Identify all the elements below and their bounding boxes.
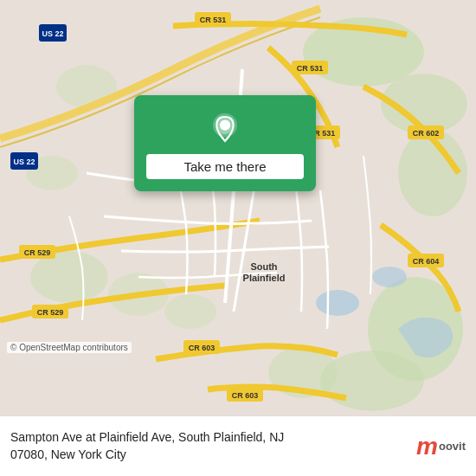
svg-point-9 (164, 294, 216, 329)
address-line2: 07080, New York City (10, 447, 126, 461)
svg-text:CR 602: CR 602 (413, 129, 440, 138)
svg-text:CR 529: CR 529 (37, 308, 64, 317)
svg-point-5 (320, 351, 424, 411)
svg-text:CR 529: CR 529 (24, 248, 51, 257)
svg-text:South: South (250, 261, 277, 272)
svg-point-40 (220, 120, 230, 131)
svg-text:CR 603: CR 603 (232, 391, 259, 400)
map-attribution: © OpenStreetMap contributors (7, 342, 132, 353)
svg-point-12 (316, 290, 359, 316)
svg-text:CR 603: CR 603 (189, 344, 215, 352)
svg-text:US 22: US 22 (13, 158, 35, 166)
svg-text:CR 531: CR 531 (297, 64, 324, 73)
moovit-logo: m oovit (416, 434, 466, 459)
bottom-bar: Sampton Ave at Plainfield Ave, South Pla… (0, 415, 476, 476)
svg-text:US 22: US 22 (42, 29, 63, 38)
svg-text:Plainfield: Plainfield (243, 273, 286, 283)
svg-text:CR 604: CR 604 (413, 257, 440, 266)
map-svg: US 22 US 22 CR 531 CR 531 CR 531 CR 602 … (0, 0, 476, 415)
location-pin-icon (207, 111, 243, 147)
location-card: Take me there (134, 95, 316, 191)
take-me-there-button[interactable]: Take me there (146, 154, 304, 179)
svg-point-13 (372, 267, 407, 287)
moovit-logo-text: m (416, 434, 438, 459)
address-line1: Sampton Ave at Plainfield Ave, South Pla… (10, 430, 284, 444)
moovit-brand-name: oovit (439, 440, 466, 453)
address-text: Sampton Ave at Plainfield Ave, South Pla… (10, 429, 408, 463)
map-container: US 22 US 22 CR 531 CR 531 CR 531 CR 602 … (0, 0, 476, 415)
svg-text:CR 531: CR 531 (200, 16, 227, 24)
